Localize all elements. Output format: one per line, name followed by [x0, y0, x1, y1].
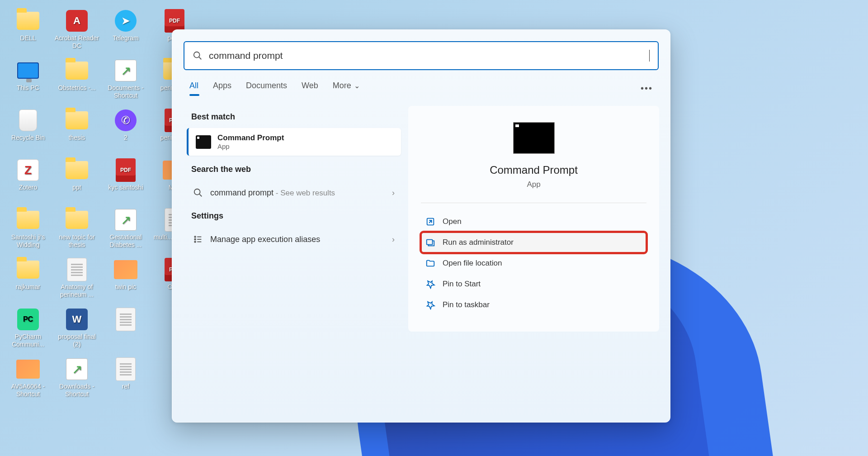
open-icon [425, 217, 435, 227]
action-folder[interactable]: Open file location [421, 253, 646, 274]
desktop-icon[interactable]: ✆2 [101, 106, 150, 156]
desktop-icon[interactable]: new topic for thesis [52, 205, 101, 255]
search-icon [193, 51, 203, 61]
preview-title: Command Prompt [421, 164, 646, 176]
folder-icon [65, 59, 89, 82]
best-match-result[interactable]: Command Prompt App [187, 128, 401, 156]
result-subtitle: App [217, 142, 284, 150]
svg-rect-11 [427, 240, 433, 245]
shortcut-icon: ↗ [114, 59, 137, 82]
preview-subtitle: App [421, 180, 646, 189]
icon-label: Acrobat Reader DC [52, 34, 101, 50]
tab-more[interactable]: More [333, 81, 360, 96]
svg-point-2 [194, 189, 200, 195]
desktop-icon[interactable]: ↗Documents - Shortcut [101, 56, 150, 106]
desktop-icon[interactable]: PCPyCharm Communi... [4, 305, 52, 355]
desktop-icon[interactable]: AV5A6064 - Shortcut [4, 355, 52, 404]
folder-icon [425, 258, 435, 268]
shortcut-icon: ↗ [114, 208, 137, 232]
folder-icon [16, 208, 40, 232]
action-label: Open file location [443, 259, 502, 268]
desktop-icon[interactable]: rajkumar [4, 255, 52, 305]
chevron-right-icon: › [392, 235, 395, 244]
icon-label: Recycle Bin [10, 134, 46, 142]
img-icon [16, 357, 40, 381]
svg-line-1 [199, 57, 201, 59]
desktop-icon[interactable]: Wproposal final (2) [52, 305, 101, 355]
svg-point-6 [194, 241, 196, 242]
desktop-icon[interactable]: thesis [52, 106, 101, 156]
folder-icon [16, 9, 40, 33]
folder-icon [16, 258, 40, 281]
search-input[interactable] [209, 50, 649, 61]
docx-icon [114, 357, 137, 381]
desktop-icon[interactable]: ref [101, 355, 150, 404]
result-title: Command Prompt [217, 133, 284, 142]
desktop-icon[interactable]: Anatomy of perineum ... [52, 255, 101, 305]
desktop-icon[interactable]: ↗Downloads - Shortcut [52, 355, 101, 404]
chevron-right-icon: › [392, 188, 395, 198]
text-cursor [649, 50, 650, 62]
desktop-icon[interactable] [101, 305, 150, 355]
folder-icon [65, 109, 89, 132]
desktop-icon[interactable]: twin pic [101, 255, 150, 305]
settings-heading: Settings [187, 205, 401, 227]
vib-icon: ✆ [114, 109, 137, 132]
desktop-icon[interactable]: DELL [4, 6, 52, 56]
results-column: Best match Command Prompt App Search the… [183, 106, 405, 332]
icon-label: DELL [19, 34, 37, 42]
icon-label: Santoshi ji's Widding [4, 233, 52, 249]
docx-icon [114, 308, 137, 331]
icon-label: Gestational Diabetes ... [101, 233, 150, 249]
icon-label: 2 [123, 134, 128, 142]
best-match-heading: Best match [187, 106, 401, 128]
shortcut-icon: ↗ [65, 357, 89, 381]
action-admin[interactable]: Run as administrator [421, 232, 646, 253]
folder-icon [65, 208, 89, 232]
search-box[interactable] [184, 41, 659, 70]
bin-icon [16, 109, 40, 132]
search-tabs: All Apps Documents Web More ••• [172, 70, 670, 102]
icon-label: kyc santoshi [107, 184, 144, 191]
zot-icon: Z [16, 158, 40, 182]
start-search-panel: All Apps Documents Web More ••• Best mat… [172, 29, 670, 423]
svg-point-0 [194, 52, 200, 58]
desktop-icon[interactable]: ppt [52, 156, 101, 205]
img-icon [114, 258, 137, 281]
cmd-preview-icon [513, 122, 555, 154]
svg-line-3 [199, 194, 202, 196]
tg-icon: ➤ [114, 9, 137, 33]
search-web-heading: Search the web [187, 158, 401, 180]
desktop-icon[interactable]: Recycle Bin [4, 106, 52, 156]
more-options-icon[interactable]: ••• [641, 83, 653, 94]
tab-apps[interactable]: Apps [213, 81, 231, 96]
tab-web[interactable]: Web [302, 81, 318, 96]
desktop-icon[interactable]: ➤Telegram [101, 6, 150, 56]
icon-label: thesis [68, 134, 86, 142]
icon-label: ref [121, 383, 130, 390]
icon-label: proposal final (2) [52, 333, 101, 348]
action-open[interactable]: Open [421, 211, 646, 232]
docx-icon [65, 258, 89, 281]
action-pin[interactable]: Pin to Start [421, 274, 646, 294]
preview-pane: Command Prompt App OpenRun as administra… [408, 106, 659, 332]
icon-label: twin pic [114, 283, 137, 291]
action-pin[interactable]: Pin to taskbar [421, 294, 646, 315]
web-search-result[interactable]: command prompt - See web results › [187, 180, 401, 205]
monitor-icon [16, 59, 40, 82]
desktop-icon[interactable]: PDFkyc santoshi [101, 156, 150, 205]
pdf-icon: PDF [114, 158, 137, 182]
desktop-icon[interactable]: Obstetrics -... [52, 56, 101, 106]
desktop-icon[interactable]: Santoshi ji's Widding [4, 205, 52, 255]
icon-label: rajkumar [15, 283, 41, 291]
cmd-icon [196, 135, 211, 149]
tab-documents[interactable]: Documents [246, 81, 287, 96]
tab-all[interactable]: All [189, 81, 198, 96]
desktop-icon[interactable]: ↗Gestational Diabetes ... [101, 205, 150, 255]
desktop-icon[interactable]: ZZotero [4, 156, 52, 205]
settings-result[interactable]: Manage app execution aliases › [187, 227, 401, 252]
admin-icon [425, 238, 435, 247]
action-label: Open [443, 217, 462, 226]
desktop-icon[interactable]: This PC [4, 56, 52, 106]
desktop-icon[interactable]: AAcrobat Reader DC [52, 6, 101, 56]
